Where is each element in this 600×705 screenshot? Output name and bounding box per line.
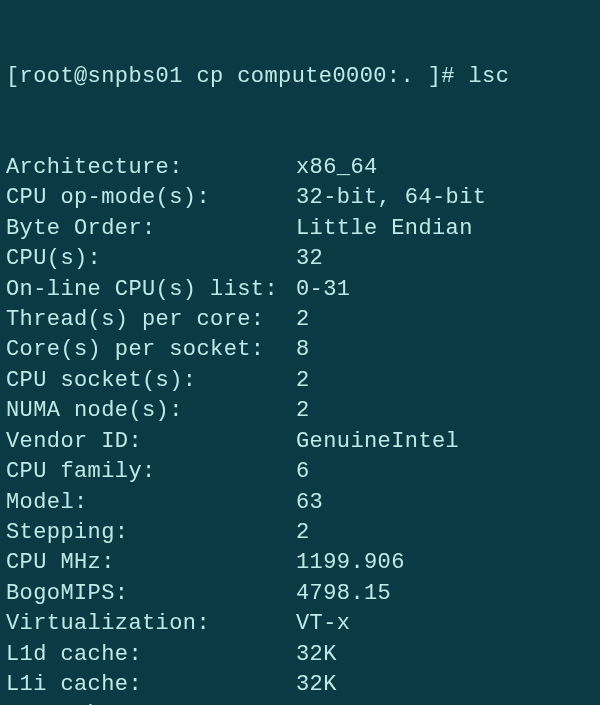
lscpu-row: L2 cache:256K: [6, 700, 594, 705]
lscpu-row: Core(s) per socket:8: [6, 335, 594, 365]
lscpu-value: VT-x: [296, 609, 594, 639]
lscpu-label: Byte Order:: [6, 214, 296, 244]
lscpu-label: BogoMIPS:: [6, 579, 296, 609]
lscpu-label: CPU(s):: [6, 244, 296, 274]
lscpu-value: 4798.15: [296, 579, 594, 609]
lscpu-value: 0-31: [296, 275, 594, 305]
shell-prompt-line: [root@snpbs01 cp compute0000:. ]# lsc: [6, 62, 594, 92]
lscpu-label: Thread(s) per core:: [6, 305, 296, 335]
lscpu-label: On-line CPU(s) list:: [6, 275, 296, 305]
lscpu-rows: Architecture:x86_64CPU op-mode(s):32-bit…: [6, 153, 594, 705]
lscpu-row: Stepping:2: [6, 518, 594, 548]
lscpu-value: Little Endian: [296, 214, 594, 244]
lscpu-label: NUMA node(s):: [6, 396, 296, 426]
lscpu-row: CPU op-mode(s):32-bit, 64-bit: [6, 183, 594, 213]
lscpu-label: Architecture:: [6, 153, 296, 183]
lscpu-value: x86_64: [296, 153, 594, 183]
lscpu-row: On-line CPU(s) list:0-31: [6, 275, 594, 305]
lscpu-value: 2: [296, 305, 594, 335]
lscpu-value: 32-bit, 64-bit: [296, 183, 594, 213]
lscpu-row: NUMA node(s):2: [6, 396, 594, 426]
lscpu-row: Model:63: [6, 488, 594, 518]
lscpu-label: CPU op-mode(s):: [6, 183, 296, 213]
lscpu-value: GenuineIntel: [296, 427, 594, 457]
lscpu-row: L1i cache:32K: [6, 670, 594, 700]
lscpu-row: BogoMIPS:4798.15: [6, 579, 594, 609]
lscpu-label: L1i cache:: [6, 670, 296, 700]
lscpu-row: CPU socket(s):2: [6, 366, 594, 396]
lscpu-row: Thread(s) per core:2: [6, 305, 594, 335]
lscpu-row: CPU MHz:1199.906: [6, 548, 594, 578]
lscpu-value: 2: [296, 518, 594, 548]
lscpu-label: Stepping:: [6, 518, 296, 548]
lscpu-label: CPU family:: [6, 457, 296, 487]
lscpu-value: 32: [296, 244, 594, 274]
lscpu-row: CPU family:6: [6, 457, 594, 487]
lscpu-label: Core(s) per socket:: [6, 335, 296, 365]
lscpu-label: Vendor ID:: [6, 427, 296, 457]
lscpu-value: 32K: [296, 670, 594, 700]
lscpu-row: Architecture:x86_64: [6, 153, 594, 183]
lscpu-label: CPU MHz:: [6, 548, 296, 578]
lscpu-row: Vendor ID:GenuineIntel: [6, 427, 594, 457]
lscpu-value: 8: [296, 335, 594, 365]
lscpu-label: CPU socket(s):: [6, 366, 296, 396]
lscpu-label: L1d cache:: [6, 640, 296, 670]
lscpu-label: Model:: [6, 488, 296, 518]
lscpu-value: 63: [296, 488, 594, 518]
lscpu-value: 32K: [296, 640, 594, 670]
lscpu-value: 2: [296, 396, 594, 426]
lscpu-row: Byte Order:Little Endian: [6, 214, 594, 244]
lscpu-label: L2 cache:: [6, 700, 296, 705]
lscpu-value: 6: [296, 457, 594, 487]
lscpu-row: L1d cache:32K: [6, 640, 594, 670]
lscpu-label: Virtualization:: [6, 609, 296, 639]
lscpu-row: CPU(s):32: [6, 244, 594, 274]
lscpu-value: 1199.906: [296, 548, 594, 578]
lscpu-row: Virtualization:VT-x: [6, 609, 594, 639]
lscpu-value: 256K: [296, 700, 594, 705]
lscpu-value: 2: [296, 366, 594, 396]
terminal-output: [root@snpbs01 cp compute0000:. ]# lsc Ar…: [0, 0, 600, 705]
